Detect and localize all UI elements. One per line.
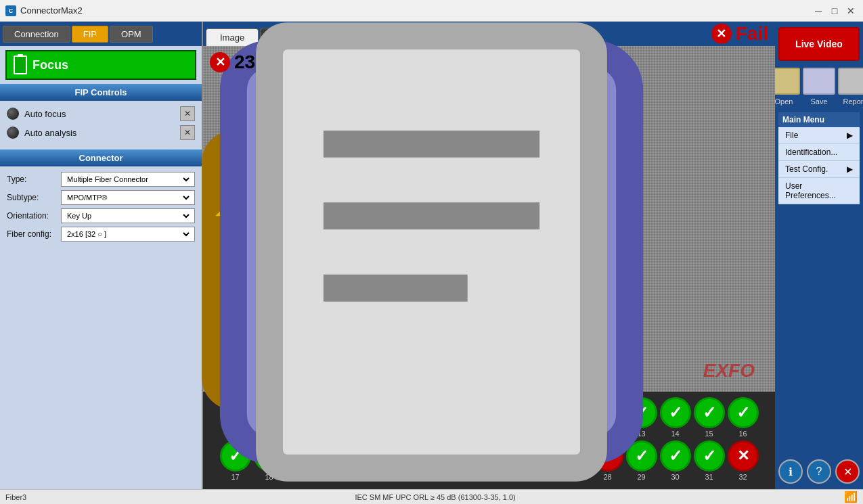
fiber-num-19: 19 [298,473,307,481]
report-label: Report [843,97,863,106]
menu-file[interactable]: File ▶ [778,127,860,144]
auto-analysis-label: Auto analysis [24,128,76,138]
stop-button[interactable]: ✕ [835,459,860,484]
auto-focus-label: Auto focus [24,109,66,119]
fiber-config-select[interactable]: 2x16 [32 ○ ] [61,227,195,242]
minimize-button[interactable]: ─ [812,4,825,18]
fiber-item-3[interactable]: ✓3 [288,397,319,438]
fiber-num-23: 23 [434,473,442,481]
nav-opm[interactable]: OPM [110,26,153,43]
menu-user-preferences[interactable]: User Preferences... [778,178,860,204]
info-button[interactable]: ℹ [778,459,803,484]
fiber-item-9[interactable]: ✕9 [491,397,522,438]
fiber-item-2[interactable]: ✓2 [254,397,285,438]
fiber-item-21[interactable]: ✓21 [355,440,386,481]
fiber-num-8: 8 [470,430,474,438]
fiber-item-15[interactable]: ✓15 [694,397,725,438]
fiber-num-25: 25 [502,473,510,481]
menu-test-config[interactable]: Test Config. ▶ [778,161,860,178]
close-button[interactable]: ✕ [844,4,858,18]
bottom-toolbar: ℹ ? ✕ [778,459,860,484]
fiber-item-17[interactable]: ✓17 [220,440,251,481]
fiber-item-30[interactable]: ✓30 [660,440,691,481]
fiber-item-10[interactable]: ✓10 [525,397,556,438]
focus-section: Focus [0,46,202,84]
fiber-item-29[interactable]: ✓29 [626,440,657,481]
fiber-item-12[interactable]: ✓12 [592,397,623,438]
nav-fip[interactable]: FIP [72,26,108,43]
toolbar-row: Open Save Report [768,68,863,106]
fiber-item-19[interactable]: ✓19 [288,440,319,481]
fiber-item-11[interactable]: ✕11 [558,397,590,438]
fiber-config-dropdown[interactable]: 2x16 [32 ○ ] [64,229,192,239]
fiber-circle-18: ✓ [254,440,285,472]
status-bar: Fiber3 IEC SM MF UPC ORL ≥ 45 dB (61300-… [0,489,863,504]
fiber-item-18[interactable]: ✓18 [254,440,285,481]
fiber-circle-11: ✕ [558,397,590,428]
fiber-item-8[interactable]: ✓8 [457,397,488,438]
image-background [203,46,775,392]
fiber-item-6[interactable]: ✓6 [389,397,420,438]
fiber-circle-19: ✓ [288,440,319,472]
image-area: ✕ 23 www.tehencom.com EXFO [203,46,775,392]
subtype-select[interactable]: MPO/MTP® [61,190,195,205]
auto-analysis-toggle[interactable]: ✕ [180,125,195,140]
fiber-num-21: 21 [366,473,374,481]
fail-text: Fail [736,23,768,45]
fiber-num-28: 28 [603,473,611,481]
fiber-item-4[interactable]: ✓4 [322,397,353,438]
fiber-item-23[interactable]: ✕23 [423,440,454,481]
menu-test-config-arrow: ▶ [847,164,853,174]
maximize-button[interactable]: □ [828,4,841,18]
orientation-label: Orientation: [7,211,61,221]
fiber-item-26[interactable]: ✓26 [525,440,556,481]
fiber-item-14[interactable]: ✓14 [660,397,691,438]
report-button[interactable]: Report [838,68,863,106]
fiber-item-7[interactable]: ✓7 [423,397,454,438]
live-video-button[interactable]: Live Video [778,27,860,61]
tab-results[interactable]: Results [260,28,317,46]
fiber-num-30: 30 [671,473,679,481]
menu-identification[interactable]: Identification... [778,144,860,161]
fiber-item-5[interactable]: ✓5 [355,397,386,438]
fiber-item-27[interactable]: ✓27 [558,440,590,481]
help-button[interactable]: ? [807,459,831,484]
menu-test-config-label: Test Config. [785,164,828,174]
fail-num-text: 23 [234,51,255,73]
fiber-item-24[interactable]: ✓24 [457,440,488,481]
fiber-item-1[interactable]: ✓1 [220,397,251,438]
nav-connection[interactable]: Connection [3,26,70,43]
fiber-item-16[interactable]: ✓16 [728,397,759,438]
tab-image[interactable]: Image [206,28,259,46]
fiber-num-12: 12 [603,430,611,438]
save-button[interactable]: Save [803,68,835,106]
fiber-circle-8: ✓ [457,397,488,428]
tabs-bar: Image Results ✕ Fail [203,22,775,46]
fiber-item-31[interactable]: ✓31 [694,440,725,481]
type-dropdown[interactable]: Multiple Fiber Connector [64,175,192,184]
type-row: Type: Multiple Fiber Connector [7,172,195,187]
fiber-num-32: 32 [738,473,747,481]
fip-controls-header: FIP Controls [0,84,202,101]
title-bar: C ConnectorMax2 ─ □ ✕ [0,0,863,22]
orientation-dropdown[interactable]: Key Up [64,211,192,221]
top-nav: Connection FIP OPM [0,22,202,46]
fiber-item-32[interactable]: ✕32 [728,440,759,481]
fiber-num-13: 13 [637,430,645,438]
type-select[interactable]: Multiple Fiber Connector [61,172,195,187]
fail-badge: ✕ Fail [711,23,768,45]
fiber-item-20[interactable]: ✓20 [322,440,353,481]
fiber-num-18: 18 [265,473,273,481]
fiber-item-28[interactable]: ✕28 [592,440,623,481]
auto-focus-toggle[interactable]: ✕ [180,106,195,121]
fiber-num-14: 14 [671,430,679,438]
status-right: IEC SM MF UPC ORL ≥ 45 dB (61300-3-35, 1… [355,493,515,501]
fiber-item-13[interactable]: ✓13 [626,397,657,438]
fiber-item-22[interactable]: ✓22 [389,440,420,481]
orientation-select[interactable]: Key Up [61,208,195,223]
subtype-dropdown[interactable]: MPO/MTP® [64,193,192,202]
fiber-circle-9: ✕ [491,397,522,428]
fiber-circle-32: ✕ [728,440,759,472]
fiber-item-25[interactable]: ✓25 [491,440,522,481]
fiber-circle-13: ✓ [626,397,657,428]
